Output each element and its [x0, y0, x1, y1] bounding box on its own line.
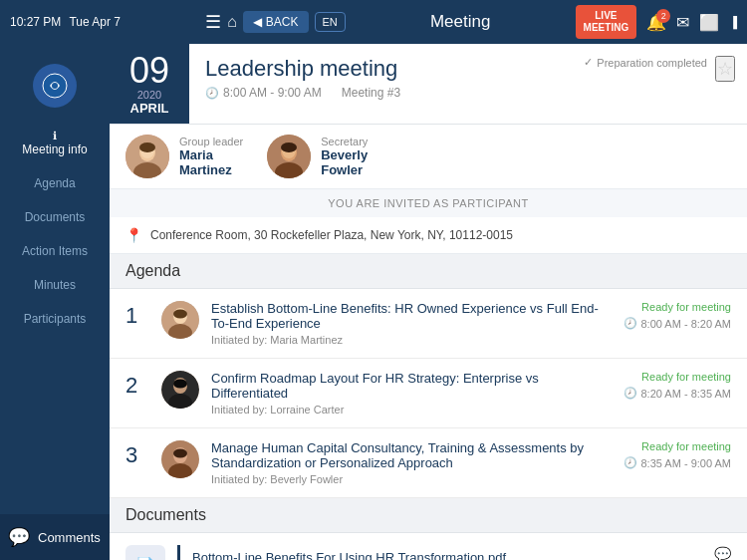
meeting-subtitle-row: 🕗 8:00 AM - 9:00 AM Meeting #3	[205, 86, 556, 100]
agenda-content-1: Establish Bottom-Line Benefits: HR Owned…	[211, 301, 600, 346]
menu-button[interactable]: ☰	[205, 11, 221, 33]
app-logo	[33, 64, 77, 108]
location-text: Conference Room, 30 Rockefeller Plaza, N…	[150, 228, 513, 242]
sidebar-label-participants: Participants	[24, 312, 87, 326]
check-icon: ✓	[584, 56, 593, 69]
agenda-title-3: Manage Human Capital Consultancy, Traini…	[211, 440, 600, 470]
svg-point-15	[173, 310, 187, 319]
agenda-status-3: Ready for meeting	[612, 440, 731, 452]
secretary-info: Secretary BeverlyFowler	[321, 136, 368, 177]
agenda-num-1: 1	[125, 303, 149, 329]
agenda-right-2: Ready for meeting 🕗 8:20 AM - 8:35 AM	[612, 371, 731, 400]
secretary-name: BeverlyFowler	[321, 147, 368, 177]
agenda-initiator-3: Initiated by: Beverly Fowler	[211, 473, 600, 485]
meeting-header-actions: ✓ Preparation completed ☆	[572, 44, 747, 124]
documents-section-header: Documents	[110, 498, 747, 533]
location-icon: 📍	[125, 227, 142, 243]
agenda-time-2: 🕗 8:20 AM - 8:35 AM	[612, 387, 731, 400]
pdf-icon-1: 📄	[135, 556, 155, 561]
agenda-title-1: Establish Bottom-Line Benefits: HR Owned…	[211, 301, 600, 331]
sidebar-item-participants[interactable]: Participants	[0, 304, 110, 334]
notifications-button[interactable]: 🔔 2	[646, 13, 666, 32]
chat-icon-1: 💬	[714, 546, 731, 560]
favorite-button[interactable]: ☆	[715, 56, 735, 82]
clock-icon-3: 🕗	[623, 456, 637, 469]
mail-button[interactable]: ✉	[676, 13, 689, 32]
logo-icon	[42, 73, 68, 99]
avatar-beverly	[267, 135, 311, 178]
group-leader-name: MariaMartinez	[179, 147, 243, 177]
clock-icon: 🕗	[205, 87, 219, 100]
svg-point-1	[52, 83, 58, 89]
sidebar-label-documents: Documents	[25, 210, 86, 224]
top-bar-left-controls: ☰ ⌂ ◀ BACK EN	[205, 11, 346, 33]
comments-icon: 💬	[8, 526, 30, 548]
svg-point-23	[173, 449, 187, 458]
sidebar-label-agenda: Agenda	[34, 176, 75, 190]
agenda-content-2: Confirm Roadmap Layout For HR Strategy: …	[211, 371, 600, 416]
top-bar: 10:27 PM Tue Apr 7 ☰ ⌂ ◀ BACK EN Meeting…	[0, 0, 747, 44]
meeting-title: Leadership meeting	[205, 56, 556, 82]
agenda-num-3: 3	[125, 442, 149, 468]
sidebar-item-documents[interactable]: Documents	[0, 202, 110, 232]
doc-right-1: 💬 ›	[714, 546, 731, 560]
group-leader-card: Group leader MariaMartinez	[125, 135, 243, 178]
agenda-item-3[interactable]: 3 Manage Human Capital Consultancy, Trai…	[110, 428, 747, 498]
window-button[interactable]: ⬜	[699, 13, 719, 32]
live-meeting-button[interactable]: LIVEMEETING	[576, 5, 637, 39]
meeting-info-block: Leadership meeting 🕗 8:00 AM - 9:00 AM M…	[189, 44, 572, 124]
agenda-time-1: 🕗 8:00 AM - 8:20 AM	[612, 317, 731, 330]
sidebar-item-meeting-info[interactable]: ℹ Meeting info	[0, 122, 110, 164]
window-icon: ⬜	[699, 14, 719, 31]
agenda-item-1[interactable]: 1 Establish Bottom-Line Benefits: HR Own…	[110, 289, 747, 359]
location-row: 📍 Conference Room, 30 Rockefeller Plaza,…	[110, 217, 747, 254]
time-display: 10:27 PM	[10, 15, 61, 29]
content-area: 09 2020 APRIL Leadership meeting 🕗 8:00 …	[110, 44, 747, 560]
sidebar-item-action-items[interactable]: Action Items	[0, 236, 110, 266]
avatar-maria	[125, 135, 169, 178]
agenda-status-2: Ready for meeting	[612, 371, 731, 383]
home-button[interactable]: ⌂	[227, 13, 237, 31]
invite-banner: YOU ARE INVITED AS PARTICIPANT	[110, 189, 747, 217]
group-leader-info: Group leader MariaMartinez	[179, 136, 243, 177]
page-title: Meeting	[430, 12, 490, 32]
agenda-right-1: Ready for meeting 🕗 8:00 AM - 8:20 AM	[612, 301, 731, 330]
svg-point-11	[281, 142, 297, 152]
top-bar-left: 10:27 PM Tue Apr 7	[10, 15, 121, 29]
agenda-status-1: Ready for meeting	[612, 301, 731, 313]
back-arrow-icon: ◀	[253, 15, 262, 29]
agenda-avatar-3	[161, 440, 199, 478]
agenda-title-2: Confirm Roadmap Layout For HR Strategy: …	[211, 371, 600, 401]
battery-indicator: ▐	[729, 16, 737, 28]
clock-icon-2: 🕗	[623, 387, 637, 400]
agenda-content-3: Manage Human Capital Consultancy, Traini…	[211, 440, 600, 485]
sidebar-item-agenda[interactable]: Agenda	[0, 168, 110, 198]
people-row: Group leader MariaMartinez Secretary	[110, 125, 747, 189]
comments-button[interactable]: 💬 Comments	[0, 514, 110, 560]
agenda-avatar-1	[161, 301, 199, 339]
date-month: APRIL	[130, 101, 169, 116]
back-label: BACK	[266, 15, 299, 29]
date-block: 09 2020 APRIL	[110, 44, 189, 124]
prep-status-label: Preparation completed	[597, 57, 707, 69]
document-item-1[interactable]: 📄 Bottom-Line Benefits For Using HR Tran…	[110, 533, 747, 560]
sidebar-item-minutes[interactable]: Minutes	[0, 270, 110, 300]
comments-label: Comments	[38, 530, 101, 545]
clock-icon-1: 🕗	[623, 317, 637, 330]
meeting-number: Meeting #3	[342, 86, 400, 100]
secretary-card: Secretary BeverlyFowler	[267, 135, 368, 178]
agenda-right-3: Ready for meeting 🕗 8:35 AM - 9:00 AM	[612, 440, 731, 469]
agenda-time-3: 🕗 8:35 AM - 9:00 AM	[612, 456, 731, 469]
doc-divider-1	[177, 545, 180, 560]
back-button[interactable]: ◀ BACK	[243, 11, 309, 33]
meeting-header: 09 2020 APRIL Leadership meeting 🕗 8:00 …	[110, 44, 747, 125]
meeting-time: 8:00 AM - 9:00 AM	[223, 86, 322, 100]
agenda-initiator-2: Initiated by: Lorraine Carter	[211, 404, 600, 416]
top-bar-right-controls: LIVEMEETING 🔔 2 ✉ ⬜ ▐	[576, 5, 737, 39]
mail-icon: ✉	[676, 14, 689, 31]
meeting-info-icon: ℹ	[4, 130, 106, 142]
secretary-role: Secretary	[321, 136, 368, 147]
day-display: Tue Apr 7	[69, 15, 121, 29]
language-button[interactable]: EN	[315, 12, 346, 32]
agenda-item-2[interactable]: 2 Confirm Roadmap Layout For HR Strategy…	[110, 359, 747, 428]
